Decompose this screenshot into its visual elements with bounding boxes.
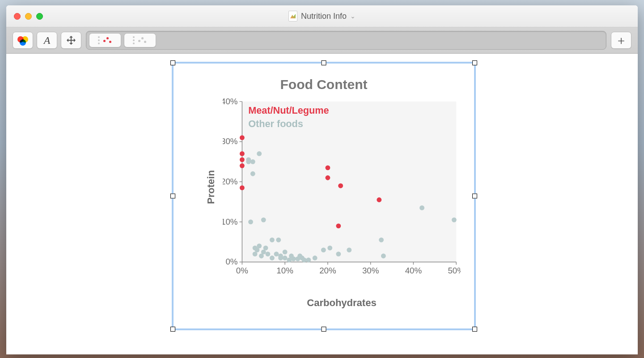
svg-text:40%: 40% [405, 266, 422, 275]
svg-point-63 [381, 254, 386, 259]
svg-point-52 [291, 256, 296, 261]
toolbar: A [6, 27, 638, 54]
chart-title: Food Content [187, 77, 461, 92]
svg-text:0%: 0% [236, 266, 248, 275]
svg-point-73 [325, 175, 330, 180]
svg-text:Meat/Nut/Legume: Meat/Nut/Legume [248, 105, 329, 116]
svg-point-31 [250, 171, 255, 176]
font-icon: A [44, 34, 51, 47]
svg-point-76 [377, 197, 381, 202]
svg-text:30%: 30% [223, 136, 237, 146]
svg-point-74 [338, 183, 343, 188]
traffic-lights [14, 13, 43, 20]
svg-point-60 [327, 246, 332, 251]
svg-text:30%: 30% [362, 266, 379, 275]
chart-type-red-button[interactable] [89, 33, 121, 47]
svg-text:50%: 50% [448, 266, 461, 275]
svg-point-42 [270, 238, 275, 243]
document-canvas[interactable]: Food Content Protein 0%10%20%30%40%50%0%… [6, 54, 638, 354]
svg-text:10%: 10% [276, 266, 293, 275]
plot-svg: 0%10%20%30%40%50%0%10%20%30%40%Meat/Nut/… [223, 98, 461, 277]
chart-type-gray-button[interactable] [124, 33, 156, 47]
app-window: Nutrition Info ⌄ A [6, 5, 638, 354]
svg-point-62 [347, 247, 352, 252]
svg-point-58 [313, 256, 318, 260]
svg-point-65 [419, 205, 424, 210]
svg-point-70 [240, 163, 245, 168]
font-picker-button[interactable]: A [37, 32, 57, 49]
document-icon [288, 11, 297, 21]
svg-point-67 [240, 135, 245, 140]
svg-point-28 [246, 159, 251, 164]
window-title: Nutrition Info [301, 12, 347, 21]
svg-point-61 [336, 251, 341, 256]
y-axis-label: Protein [205, 170, 217, 204]
svg-point-37 [257, 243, 262, 248]
svg-point-44 [274, 251, 279, 256]
venn-icon [17, 36, 28, 44]
svg-point-32 [248, 219, 253, 224]
chevron-down-icon: ⌄ [350, 13, 356, 20]
svg-point-47 [278, 256, 283, 260]
plot-area: Protein 0%10%20%30%40%50%0%10%20%30%40%M… [223, 98, 461, 277]
scatter-red-icon [98, 36, 112, 44]
svg-text:Other foods: Other foods [248, 118, 303, 129]
chart-selection[interactable]: Food Content Protein 0%10%20%30%40%50%0%… [172, 62, 476, 330]
svg-point-72 [325, 165, 330, 170]
close-button[interactable] [14, 13, 21, 20]
titlebar: Nutrition Info ⌄ [6, 5, 638, 27]
svg-text:20%: 20% [223, 177, 237, 186]
svg-point-68 [240, 151, 245, 156]
plus-icon: ＋ [615, 34, 627, 46]
fullscreen-button[interactable] [36, 13, 43, 20]
svg-point-69 [240, 157, 245, 162]
svg-point-59 [321, 247, 326, 252]
svg-text:10%: 10% [223, 217, 237, 226]
minimize-button[interactable] [25, 13, 32, 20]
svg-point-40 [263, 246, 268, 251]
svg-point-48 [283, 250, 288, 255]
toolbar-group-left: A [13, 32, 81, 49]
svg-point-64 [379, 238, 384, 243]
svg-text:0%: 0% [225, 257, 237, 266]
svg-text:20%: 20% [319, 266, 336, 275]
svg-point-57 [306, 258, 311, 263]
x-axis-label: Carbohydrates [223, 297, 461, 309]
add-button[interactable]: ＋ [611, 32, 631, 49]
svg-point-43 [270, 256, 275, 260]
svg-point-30 [257, 151, 262, 156]
move-icon [67, 36, 76, 45]
svg-point-66 [452, 217, 457, 222]
svg-point-41 [265, 251, 270, 256]
svg-point-49 [283, 256, 288, 260]
style-picker-button[interactable] [13, 32, 33, 49]
chart: Food Content Protein 0%10%20%30%40%50%0%… [174, 64, 474, 328]
scatter-gray-icon [133, 36, 147, 44]
window-title-group[interactable]: Nutrition Info ⌄ [288, 11, 356, 21]
svg-text:40%: 40% [223, 98, 237, 106]
svg-point-33 [261, 217, 266, 222]
arrange-button[interactable] [61, 32, 81, 49]
svg-point-29 [250, 159, 255, 164]
svg-point-45 [276, 238, 281, 243]
svg-point-75 [336, 223, 341, 228]
chart-type-well [86, 31, 606, 50]
svg-point-71 [240, 185, 245, 190]
svg-point-56 [302, 258, 307, 263]
